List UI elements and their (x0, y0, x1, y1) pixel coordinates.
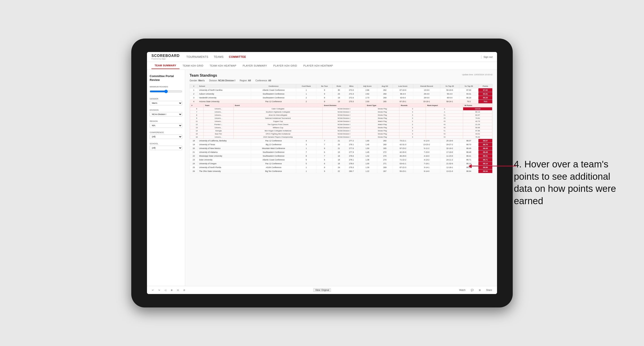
table-row[interactable]: 24 University of Oregon Pac-12 Conferenc… (190, 162, 492, 166)
comment-button[interactable]: 💬 (470, 288, 475, 292)
region-label: Region (150, 120, 182, 122)
points-cell[interactable]: 88.71 (478, 158, 492, 162)
conf-rank-cell: 2 (296, 100, 316, 104)
points-cell[interactable]: 88.48 (478, 150, 492, 154)
nav-teams[interactable]: TEAMS (214, 54, 224, 59)
inner-table-row[interactable]: 11Univers...Copper CupNCAA Division IMat… (190, 120, 492, 123)
points-cell[interactable]: 97.02 (478, 88, 492, 92)
inner-col-num: # (190, 104, 204, 107)
conf-rank-cell: 2 (296, 96, 316, 100)
school-cell: Arizona State University (198, 100, 251, 104)
tablet-device: SCOREBOARD Powered by clippi TOURNAMENTS… (131, 38, 513, 308)
inner-col-division: Event Division (323, 104, 366, 107)
overall-cell: 33-19-1 (413, 100, 440, 104)
update-time: Update time: 13/03/2024 10:03:42 (462, 73, 492, 76)
table-row[interactable]: 26 The Ohio State University Big Ten Con… (190, 170, 492, 173)
points-cell[interactable]: 79.5 (478, 100, 492, 104)
points-cell[interactable]: 88.41 (478, 154, 492, 158)
min-rounds-section: Minimum Rounds (150, 86, 182, 94)
inner-table-row[interactable]: 13Univers...Williams CupNCAA Division IS… (190, 126, 492, 129)
inner-table-row[interactable]: 12Florida I...The Cypress Point ClassicN… (190, 123, 492, 126)
rnds-cell: 23 (333, 92, 345, 96)
col-vs-top25: Vs Top 25 (440, 84, 459, 88)
inner-table-row[interactable]: 14GeorgiaBen Hogan Collegiate Invitation… (190, 129, 492, 133)
col-avg-sg: Avg SG (377, 84, 393, 88)
table-row[interactable]: 25 University of North Florida ASUN Conf… (190, 166, 492, 170)
inner-num: 6 (190, 107, 204, 111)
nav-committee[interactable]: COMMITTEE (229, 54, 246, 59)
inner-col-team: Team (204, 104, 233, 107)
col-wins: Wins (345, 84, 358, 88)
view-original-button[interactable]: View: Original (313, 288, 331, 292)
region-select[interactable]: N/A (150, 123, 182, 128)
inner-points: 110.63 (463, 107, 492, 111)
tab-team-h2h-grid[interactable]: TEAM H2H GRID (180, 62, 207, 69)
tab-team-summary[interactable]: TEAM SUMMARY (152, 62, 180, 69)
standings-title: Team Standings (190, 73, 217, 78)
vs-top50-cell: 79.5 (459, 100, 478, 104)
tab-player-h2h-grid[interactable]: PLAYER H2H GRID (270, 62, 300, 69)
inner-table-row[interactable]: 6 Univers... Cater Collegiate NCAA Divis… (190, 107, 492, 111)
table-row[interactable]: 2 Auburn University Southeastern Confere… (190, 92, 492, 96)
inner-table-row[interactable]: 15East TenOFCC Fighting Illini Invitatio… (190, 133, 492, 136)
col-rnds: Rnds (333, 84, 345, 88)
rnds-cell: 19 (333, 96, 345, 100)
vs-top25-cell: 50-10-0 (440, 88, 459, 92)
layout-button[interactable]: ⊞ (478, 288, 482, 292)
gender-select[interactable]: Men's Women's (150, 101, 182, 105)
table-row[interactable]: 1 University of North Carolina Atlantic … (190, 88, 492, 92)
no-tour-cell: 8 (316, 100, 333, 104)
sub-navigation: TEAM SUMMARY TEAM H2H GRID TEAM H2H HEAT… (147, 62, 497, 70)
table-row[interactable]: 20 University of New Mexico Mountain Wes… (190, 147, 492, 150)
redo-button[interactable]: ↪ (157, 288, 161, 292)
table-row[interactable]: 18 University of California, Berkeley Pa… (190, 139, 492, 143)
division-label: Division (150, 109, 182, 111)
points-cell[interactable]: 88.70 (478, 143, 492, 147)
settings-button[interactable]: ⊙ (176, 288, 180, 292)
sign-out-button[interactable]: Sign out (484, 56, 492, 58)
tab-player-summary[interactable]: PLAYER SUMMARY (240, 62, 270, 69)
inner-event: Cater Collegiate (233, 107, 322, 111)
inner-division: NCAA Division I (323, 107, 366, 111)
conference-select[interactable]: (All) (150, 135, 182, 139)
nav-tournaments[interactable]: TOURNAMENTS (186, 54, 208, 59)
table-row[interactable]: 3 Vanderbilt University Southeastern Con… (190, 96, 492, 100)
low-score-cell: 86-4-0 (393, 92, 413, 96)
table-row[interactable]: 19 University of Texas Big 12 Conference… (190, 143, 492, 147)
rnds-cell: 30 (333, 88, 345, 92)
rnds-cell: 19 (333, 100, 345, 104)
table-row[interactable]: 21 University of Alabama Southeastern Co… (190, 150, 492, 154)
division-select[interactable]: NCAA Division I NCAA Division II (150, 112, 182, 117)
points-cell[interactable]: 93.31 (478, 92, 492, 96)
table-row[interactable]: 23 Duke University Atlantic Coast Confer… (190, 158, 492, 162)
watch-button[interactable]: Watch (458, 288, 467, 292)
nav-links: TOURNAMENTS TEAMS COMMITTEE (186, 54, 481, 59)
points-cell[interactable]: 88.94 (478, 170, 492, 173)
school-select[interactable]: (All) (150, 146, 182, 150)
inner-table-row[interactable]: 7Univers...Southern Highlands Collegiate… (190, 111, 492, 114)
table-row[interactable]: 22 Mississippi State University Southeas… (190, 154, 492, 158)
tab-player-h2h-heatmap[interactable]: PLAYER H2H HEATMAP (300, 62, 336, 69)
inner-table-row[interactable]: 16Univers...2023 Sahalee Players Champio… (190, 136, 492, 139)
clock-button[interactable]: ⊘ (182, 288, 186, 292)
top-navigation: SCOREBOARD Powered by clippi TOURNAMENTS… (147, 52, 497, 62)
tab-team-h2h-heatmap[interactable]: TEAM H2H HEATMAP (206, 62, 240, 69)
copy-button[interactable]: ⊕ (170, 288, 174, 292)
undo-button[interactable]: ↩ (150, 288, 155, 292)
inner-table-header: # Team Event Event Division Event Type R… (190, 104, 492, 107)
col-no-tour: No Tour (316, 84, 333, 88)
points-cell[interactable]: 88.14 (478, 162, 492, 166)
points-cell[interactable]: 88.07 (478, 139, 492, 143)
conference-section: Conference (All) (150, 131, 182, 139)
col-conf-rank: Conf Rank (296, 84, 316, 88)
inner-table-row[interactable]: 8Univers...Amer An IntercollegiateNCAA D… (190, 114, 492, 117)
points-cell[interactable]: 90.20 (478, 96, 492, 100)
back-button[interactable]: ◁ (163, 288, 168, 292)
share-button[interactable]: Share (485, 288, 494, 292)
points-cell[interactable]: 88.49 (478, 147, 492, 150)
inner-table-row[interactable]: 9Univers...National Invitational Tournam… (190, 117, 492, 120)
inner-col-w-points: W Points (463, 104, 492, 107)
min-rounds-slider[interactable] (150, 90, 182, 93)
table-row[interactable]: 4 Arizona State University Pac-12 Confer… (190, 100, 492, 104)
points-cell[interactable]: 88.89 (478, 166, 492, 170)
